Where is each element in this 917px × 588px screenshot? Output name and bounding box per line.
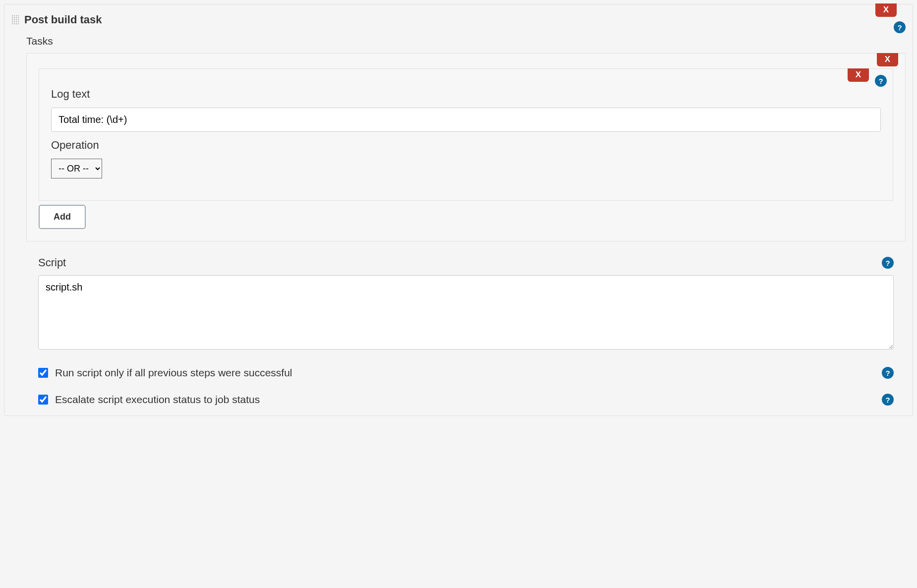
delete-task-button-inner[interactable]: X xyxy=(848,68,869,82)
task-log-panel: X ? Log text Operation -- OR -- xyxy=(39,68,893,201)
script-textarea[interactable]: script.sh xyxy=(38,275,894,350)
section-header: Post build task xyxy=(4,4,913,30)
escalate-label: Escalate script execution status to job … xyxy=(55,394,882,406)
log-text-label: Log text xyxy=(51,88,881,101)
run-if-success-checkbox[interactable] xyxy=(38,368,48,378)
help-icon[interactable]: ? xyxy=(875,75,887,87)
section-title: Post build task xyxy=(24,13,102,26)
escalate-row: Escalate script execution status to job … xyxy=(38,394,894,406)
run-if-success-label: Run script only if all previous steps we… xyxy=(55,367,882,379)
tasks-label: Tasks xyxy=(4,30,913,52)
help-icon[interactable]: ? xyxy=(882,394,894,406)
script-label: Script xyxy=(38,256,66,269)
script-section: Script ? script.sh Run script only if al… xyxy=(26,256,906,406)
log-text-input[interactable] xyxy=(51,108,881,132)
post-build-task-panel: X ? Post build task Tasks X X ? Log text… xyxy=(4,4,913,416)
drag-handle-icon[interactable] xyxy=(11,15,19,25)
run-if-success-row: Run script only if all previous steps we… xyxy=(38,367,894,379)
operation-select[interactable]: -- OR -- xyxy=(51,159,102,178)
tasks-container: X X ? Log text Operation -- OR -- Add xyxy=(26,53,906,241)
operation-label: Operation xyxy=(51,139,881,152)
escalate-checkbox[interactable] xyxy=(38,395,48,405)
help-icon[interactable]: ? xyxy=(882,367,894,379)
delete-task-button-outer[interactable]: X xyxy=(877,53,898,66)
add-button[interactable]: Add xyxy=(39,205,86,229)
help-icon[interactable]: ? xyxy=(882,257,894,269)
